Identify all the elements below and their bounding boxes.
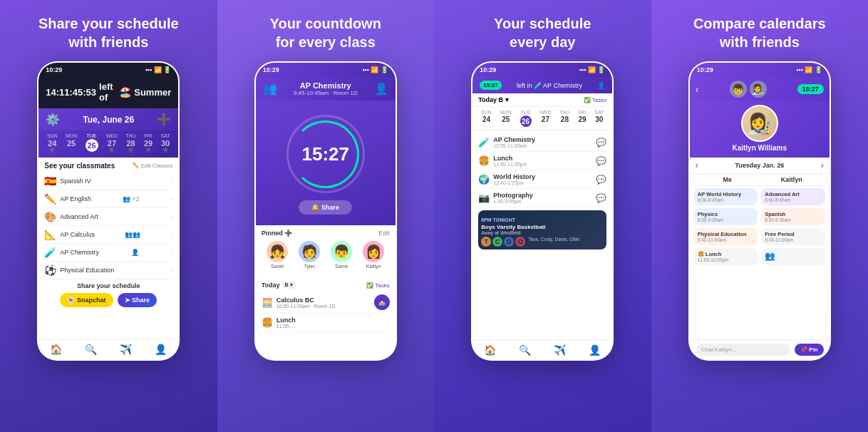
class-row-art[interactable]: 🎨Advanced Art › xyxy=(44,208,172,226)
status-time-2: 10:29 xyxy=(263,66,279,73)
tasks-btn-3[interactable]: ✅ Tasks xyxy=(584,97,607,103)
friend-samir[interactable]: 👦 Samir xyxy=(331,241,352,269)
countdown-bar: 14:11:45:53 left of 🏖️ Summer xyxy=(38,77,178,108)
next-arrow[interactable]: › xyxy=(821,160,824,170)
cal-day-sat: SAT30🌴 xyxy=(160,133,170,153)
back-chevron[interactable]: ‹ xyxy=(696,83,699,95)
date-text: Tuesday Jan. 26 xyxy=(735,162,784,169)
compare-row-3: Physical Education 9:40-11:00am Free Per… xyxy=(694,228,825,245)
p3-day-tue: TUE26 xyxy=(520,110,532,127)
phone-3-content: 15:27 left in 🧪 AP Chemistry 👤 Today B ▾… xyxy=(472,77,612,359)
p3-class-lunch[interactable]: 🍔 Lunch 11:30-11:35pm 💬 xyxy=(478,152,606,170)
nav-share-nav[interactable]: ✈️ xyxy=(120,344,132,355)
friend-col-header: Kaitlyn xyxy=(760,176,824,183)
class-calculus[interactable]: 🧮 Calculus BC 10:50-11:00am · Room 1D 🏫 xyxy=(262,292,390,314)
compare-row-2: Physics 8:50-9:35am Spanish 8:50-9:35am xyxy=(694,208,825,225)
avatar-3: 👤 xyxy=(597,82,605,89)
edit-classes-btn[interactable]: ✏️ Edit Classes xyxy=(133,163,173,169)
p3-class-history[interactable]: 🌍 World History 12:40-1:25pm 💬 xyxy=(478,170,606,189)
class-row-english[interactable]: ✏️AP English 👥 +2› xyxy=(44,190,172,208)
classes-body: See your classmates ✏️ Edit Classes 🇪🇸Sp… xyxy=(38,158,178,316)
status-time-3: 10:29 xyxy=(480,66,496,73)
tasks-btn[interactable]: ✅ Tasks xyxy=(366,282,390,289)
class-row-calculus[interactable]: 📐AP Calculus 👥👥› xyxy=(44,226,172,244)
status-time-4: 10:29 xyxy=(697,66,713,73)
panel-2-title: Your countdown for every class xyxy=(270,14,381,51)
pin-button[interactable]: 📌 Pin xyxy=(795,344,824,356)
friend-class-4: 👥 xyxy=(761,248,825,265)
today-header: Today B ▾ ✅ Tasks xyxy=(262,282,390,289)
calendar-nav-3: Today B ▾ ✅ Tasks xyxy=(472,93,612,107)
share-buttons: 👻 Snapchat ➤ Share xyxy=(44,293,172,307)
phone-2-content: 👥 AP Chemistry 9:45-10:45am · Room 1D 👤 … xyxy=(256,77,396,359)
p3-day-fri: FRI29 xyxy=(578,110,586,127)
chat-input[interactable]: Chat Kaitlyn... xyxy=(696,344,790,356)
friend-sarah[interactable]: 👧 Sarah xyxy=(267,241,288,269)
today-section: Today B ▾ ✅ Tasks 🧮 Calculus BC 10:50-11… xyxy=(256,279,396,335)
cal-day-tue: TUE26 xyxy=(86,133,98,153)
p3-nav-search[interactable]: 🔍 xyxy=(519,344,531,356)
nav-home[interactable]: 🏠 xyxy=(50,344,62,355)
share-btn[interactable]: 🔔 Share xyxy=(299,200,352,215)
status-icons-3: ▪▪▪ 📶 🔋 xyxy=(579,66,606,73)
class-lunch[interactable]: 🍔 Lunch 11:05-... xyxy=(262,314,390,332)
friend-class-1[interactable]: Advanced Art 8:00-8:45am xyxy=(761,188,825,205)
me-class-2[interactable]: Physics 8:50-9:35am xyxy=(694,208,758,225)
me-class-1[interactable]: AP World History 8:00-8:45am xyxy=(694,188,758,205)
pinned-section: Pinned ➕ Edit 👧 Sarah 🧑 Tyler 👦 Samir xyxy=(256,225,396,279)
event-image: 6PM TONIGHT Boys Varsity Basketball Away… xyxy=(478,210,606,250)
section-title: See your classmates xyxy=(44,162,115,170)
nav-search[interactable]: 🔍 xyxy=(85,344,97,355)
class-row-chemistry[interactable]: 🧪AP Chemistry 👤› xyxy=(44,244,172,262)
back-icon[interactable]: 👥 xyxy=(263,82,277,96)
snapchat-button[interactable]: 👻 Snapchat xyxy=(60,293,113,307)
friend-tyler[interactable]: 🧑 Tyler xyxy=(299,241,320,269)
compare-row-4: 🍔 Lunch 11:05-12:05pm 👥 xyxy=(694,248,825,265)
countdown-text: left of xyxy=(99,81,116,103)
left-label: left in 🧪 AP Chemistry xyxy=(517,82,582,89)
small-avatar-2: 👩‍🎨 xyxy=(750,81,767,98)
date-nav-4: ‹ Tuesday Jan. 26 › xyxy=(690,158,830,174)
phone-4-content: ‹ 👦 👩‍🎨 15:27 👩‍🎨 Kaitlyn Williams ‹ Tue… xyxy=(690,77,830,359)
top-bar-4: ‹ 👦 👩‍🎨 15:27 xyxy=(690,77,830,101)
profile-area: 👩‍🎨 Kaitlyn Williams xyxy=(690,101,830,158)
countdown-time: 14:11:45:53 xyxy=(46,87,96,98)
me-class-3[interactable]: Physical Education 9:40-11:00am xyxy=(694,228,758,245)
friend-kaitlyn[interactable]: 👩 Kaitlyn xyxy=(363,241,384,269)
section-header: See your classmates ✏️ Edit Classes xyxy=(44,162,172,170)
cal-day-mon: MON25 xyxy=(66,133,77,153)
p3-class-photography[interactable]: 📷 Photography 1:30-3:05pm 💬 xyxy=(478,189,606,207)
prev-arrow[interactable]: ‹ xyxy=(696,160,698,170)
nav-profile[interactable]: 👤 xyxy=(155,344,167,355)
countdown-area: 15:27 🔔 Share xyxy=(256,101,396,225)
pinned-title: Pinned ➕ xyxy=(262,230,293,237)
friend-class-2[interactable]: Spanish 8:50-9:35am xyxy=(761,208,825,225)
schedule-3: 🧪 AP Chemistry 10:55-11:30am 💬 🍔 Lunch 1… xyxy=(472,130,612,255)
bottom-nav-3: 🏠 🔍 ✈️ 👤 xyxy=(472,340,612,359)
status-bar-4: 10:29 ▪▪▪ 📶 🔋 xyxy=(690,63,830,77)
share-title: Share your schedule xyxy=(44,282,172,289)
me-col-header: Me xyxy=(696,176,760,183)
add-icon[interactable]: ➕ xyxy=(157,113,171,126)
class-row-pe[interactable]: ⚽Physical Education › xyxy=(44,262,172,279)
share-button[interactable]: ➤ Share xyxy=(118,293,157,307)
date-nav[interactable]: ⚙️ Tue, June 26 ➕ xyxy=(38,108,178,130)
class-row-spanish[interactable]: 🇪🇸Spanish IV › xyxy=(44,173,172,190)
p3-day-sat: SAT30 xyxy=(594,110,604,127)
me-class-4[interactable]: 🍔 Lunch 11:05-12:05pm xyxy=(694,248,758,265)
phone-1-content: 14:11:45:53 left of 🏖️ Summer ⚙️ Tue, Ju… xyxy=(38,77,178,359)
panel-countdown: Your countdown for every class 10:29 ▪▪▪… xyxy=(217,0,435,432)
pinned-edit[interactable]: Edit xyxy=(378,230,390,237)
p3-nav-home[interactable]: 🏠 xyxy=(484,344,496,356)
panel-3-title: Your schedule every day xyxy=(494,14,591,51)
panel-compare-calendars: Compare calendars with friends 10:29 ▪▪▪… xyxy=(651,0,869,432)
top-bar-3: 15:27 left in 🧪 AP Chemistry 👤 xyxy=(472,77,612,93)
compare-row-1: AP World History 8:00-8:45am Advanced Ar… xyxy=(694,188,825,205)
timer-pill-3: 15:27 xyxy=(480,81,501,90)
p3-nav-profile[interactable]: 👤 xyxy=(589,344,601,356)
p3-class-chemistry[interactable]: 🧪 AP Chemistry 10:55-11:30am 💬 xyxy=(478,133,606,152)
p3-nav-share[interactable]: ✈️ xyxy=(554,344,566,356)
friend-class-3[interactable]: Free Period 9:40-11:00am xyxy=(761,228,825,245)
cal-day-sun: SUN24🌴 xyxy=(47,133,58,153)
event-card-basketball[interactable]: 6PM TONIGHT Boys Varsity Basketball Away… xyxy=(478,210,606,250)
